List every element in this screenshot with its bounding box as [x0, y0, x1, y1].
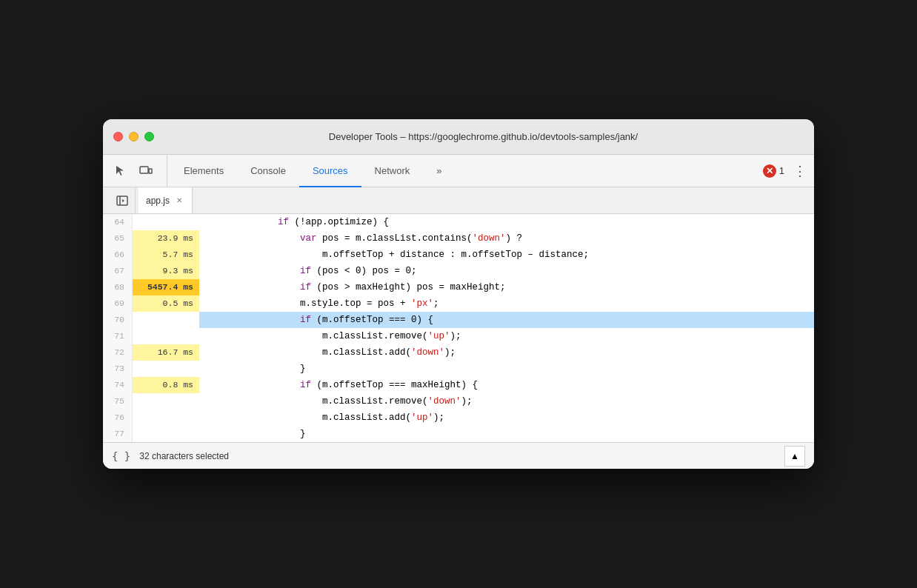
tab-sources[interactable]: Sources [299, 156, 361, 187]
minimize-button[interactable] [129, 132, 139, 141]
table-row: 67 9.3 ms if (pos < 0) pos = 0; [103, 263, 814, 279]
tab-more[interactable]: » [423, 156, 455, 187]
main-tabs: Elements Console Sources Network » [170, 155, 757, 187]
error-count: 1 [779, 165, 784, 176]
table-row: 74 0.8 ms if (m.offsetTop === maxHeight)… [103, 377, 814, 393]
status-bar: { } 32 characters selected ▲ [103, 442, 814, 469]
devtools-window: Developer Tools – https://googlechrome.g… [103, 119, 814, 469]
file-tab-appjs[interactable]: app.js ✕ [139, 187, 193, 213]
traffic-lights [113, 132, 154, 141]
table-row: 69 0.5 ms m.style.top = pos + 'px'; [103, 295, 814, 312]
tab-elements[interactable]: Elements [170, 156, 237, 187]
more-menu-button[interactable]: ⋮ [790, 162, 808, 180]
table-row: 68 5457.4 ms if (pos > maxHeight) pos = … [103, 279, 814, 295]
svg-marker-4 [122, 199, 124, 202]
close-button[interactable] [113, 132, 123, 141]
sidebar-toggle[interactable] [109, 187, 136, 213]
table-row: 71 m.classList.remove('up'); [103, 328, 814, 344]
table-row: 77 } [103, 426, 814, 442]
format-braces-button[interactable]: { } [112, 450, 130, 462]
table-row: 66 5.7 ms m.offsetTop + distance : m.off… [103, 247, 814, 263]
cursor-icon[interactable] [109, 159, 133, 183]
table-row: 73 } [103, 361, 814, 377]
svg-rect-0 [140, 167, 148, 173]
tab-network[interactable]: Network [361, 156, 424, 187]
toolbar-icons [109, 155, 167, 187]
status-text: 32 characters selected [139, 451, 776, 461]
tab-console[interactable]: Console [237, 156, 299, 187]
file-tab-name: app.js [146, 196, 170, 206]
table-row: 64 if (!app.optimize) { [103, 214, 814, 230]
svg-rect-1 [149, 169, 152, 173]
file-tab-close[interactable]: ✕ [174, 196, 184, 206]
file-tabs-bar: app.js ✕ [103, 187, 814, 214]
main-toolbar: Elements Console Sources Network » ✕ 1 ⋮ [103, 155, 814, 187]
error-badge[interactable]: ✕ 1 [763, 164, 784, 178]
window-title: Developer Tools – https://googlechrome.g… [163, 131, 804, 142]
error-icon: ✕ [763, 164, 776, 178]
toolbar-right: ✕ 1 ⋮ [757, 155, 808, 187]
table-row: 72 16.7 ms m.classList.add('down'); [103, 344, 814, 361]
code-editor[interactable]: 64 if (!app.optimize) { 65 23.9 ms var p… [103, 214, 814, 442]
table-row: 70 if (m.offsetTop === 0) { [103, 312, 814, 328]
title-bar: Developer Tools – https://googlechrome.g… [103, 119, 814, 155]
table-row: 75 m.classList.remove('down'); [103, 393, 814, 410]
device-toggle-icon[interactable] [134, 159, 158, 183]
scroll-to-top-button[interactable]: ▲ [784, 446, 805, 467]
table-row: 65 23.9 ms var pos = m.classList.contain… [103, 230, 814, 247]
maximize-button[interactable] [144, 132, 154, 141]
table-row: 76 m.classList.add('up'); [103, 410, 814, 426]
